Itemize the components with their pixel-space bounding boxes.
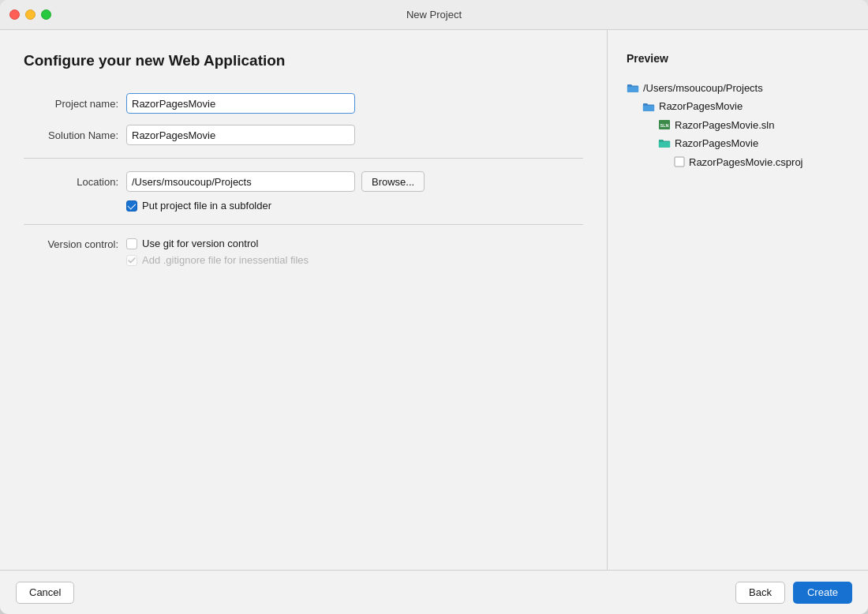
version-control-label: Version control: — [24, 238, 118, 250]
browse-button[interactable]: Browse... — [361, 171, 425, 192]
close-button[interactable] — [9, 9, 20, 20]
folder-icon — [627, 83, 639, 93]
tree-item-label: RazorPagesMovie.sln — [675, 116, 774, 134]
right-buttons: Back Create — [735, 582, 852, 604]
create-button[interactable]: Create — [793, 582, 852, 604]
preview-title: Preview — [627, 52, 849, 65]
tree-item-label: RazorPagesMovie — [659, 97, 743, 115]
traffic-lights — [9, 9, 51, 20]
form-area: Project name: Solution Name: Location: B… — [24, 93, 583, 554]
bottom-bar: Cancel Back Create — [0, 570, 868, 614]
gitignore-checkbox[interactable] — [126, 255, 137, 266]
folder-teal-icon — [658, 138, 671, 148]
maximize-button[interactable] — [41, 9, 51, 20]
list-item: SLN RazorPagesMovie.sln — [627, 116, 849, 134]
back-button[interactable]: Back — [735, 582, 785, 604]
csproj-file-icon — [674, 156, 685, 167]
right-panel: Preview /Users/msoucoup/Projects — [608, 30, 868, 570]
cancel-button[interactable]: Cancel — [16, 582, 74, 604]
svg-text:SLN: SLN — [660, 123, 669, 128]
minimize-button[interactable] — [25, 9, 36, 20]
use-git-row: Use git for version control — [126, 238, 309, 249]
use-git-label: Use git for version control — [142, 238, 258, 249]
tree-item-label: RazorPagesMovie.csproj — [689, 153, 803, 171]
use-git-checkbox[interactable] — [126, 238, 137, 249]
new-project-window: New Project Configure your new Web Appli… — [0, 0, 868, 614]
project-name-label: Project name: — [24, 98, 118, 110]
version-control-row: Version control: Use git for version con… — [24, 238, 583, 266]
sln-file-icon: SLN — [658, 119, 671, 130]
subfolder-row: Put project file in a subfolder — [126, 200, 583, 212]
tree-item-label: RazorPagesMovie — [675, 134, 758, 152]
list-item: RazorPagesMovie.csproj — [627, 153, 849, 171]
main-content: Configure your new Web Application Proje… — [0, 30, 868, 570]
file-tree: /Users/msoucoup/Projects RazorPagesMovie… — [627, 79, 849, 171]
solution-name-row: Solution Name: — [24, 125, 583, 145]
window-title: New Project — [406, 9, 462, 21]
project-name-row: Project name: — [24, 93, 583, 114]
version-options: Use git for version control Add .gitigno… — [126, 238, 309, 266]
folder-icon — [642, 102, 655, 112]
solution-name-input[interactable] — [126, 125, 355, 145]
location-input[interactable] — [126, 171, 355, 192]
divider-1 — [24, 158, 583, 159]
list-item: /Users/msoucoup/Projects — [627, 79, 849, 97]
subfolder-label: Put project file in a subfolder — [142, 200, 271, 212]
gitignore-row: Add .gitignore file for inessential file… — [126, 254, 309, 266]
list-item: RazorPagesMovie — [627, 97, 849, 115]
project-name-input[interactable] — [126, 93, 355, 114]
divider-2 — [24, 224, 583, 225]
location-label: Location: — [24, 176, 118, 188]
gitignore-label: Add .gitignore file for inessential file… — [142, 254, 309, 266]
page-title: Configure your new Web Application — [24, 52, 583, 69]
list-item: RazorPagesMovie — [627, 134, 849, 152]
location-row: Location: Browse... — [24, 171, 583, 192]
title-bar: New Project — [0, 0, 868, 30]
solution-name-label: Solution Name: — [24, 129, 118, 141]
left-panel: Configure your new Web Application Proje… — [0, 30, 608, 570]
tree-item-label: /Users/msoucoup/Projects — [643, 79, 763, 97]
svg-rect-2 — [675, 157, 684, 167]
subfolder-checkbox[interactable] — [126, 200, 137, 212]
checkmark-icon — [128, 257, 136, 264]
